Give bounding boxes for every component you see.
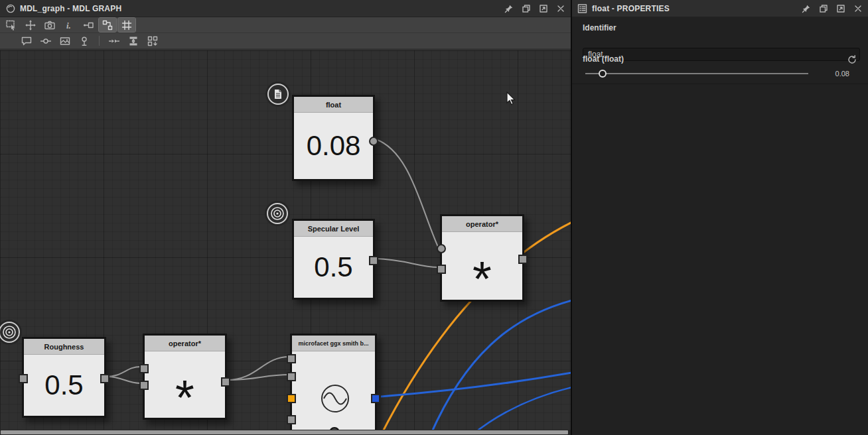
microfacet-input-port-1[interactable] — [287, 354, 296, 363]
pin-tool-icon — [79, 36, 90, 46]
horizontal-scrollbar-thumb[interactable] — [1, 430, 568, 434]
connection-icon — [83, 20, 94, 31]
properties-titlebar[interactable]: float - PROPERTIES — [572, 0, 868, 17]
node-operator-bottom[interactable]: operator* * — [143, 334, 227, 420]
node-operator-top[interactable]: operator* * — [440, 214, 524, 302]
pan-tool-button[interactable] — [22, 18, 39, 32]
wire-blue-corner[interactable] — [467, 387, 571, 435]
node-float-value: 0.08 — [294, 113, 373, 179]
graph-toolbar-row2 — [0, 33, 571, 49]
node-specular-title[interactable]: Specular Level — [294, 221, 373, 237]
mdl-graph-app: MDL_graph - MDL GRAPH — [0, 0, 868, 435]
graph-layout-tool-button[interactable] — [99, 18, 116, 32]
parameter-slider-knob[interactable] — [599, 70, 607, 78]
operator-bottom-input-port-a[interactable] — [139, 364, 149, 373]
parameter-value: 0.08 — [835, 70, 849, 78]
node-float[interactable]: float 0.08 — [292, 95, 375, 181]
pan-icon — [25, 20, 36, 31]
graph-canvas[interactable]: float 0.08 Specular Level 0.5 operator* … — [0, 50, 571, 435]
inline-connector-tool-button[interactable] — [37, 34, 54, 48]
inline-connector-icon — [40, 36, 51, 46]
close-icon[interactable] — [853, 3, 863, 13]
graph-panel-title: MDL_graph - MDL GRAPH — [20, 4, 504, 13]
operator-top-input-port-b[interactable] — [437, 265, 446, 274]
grid-snap-icon — [121, 20, 132, 31]
wire-float-to-operator[interactable] — [376, 139, 438, 247]
pin-tool-button[interactable] — [76, 34, 93, 48]
roughness-output-port[interactable] — [100, 374, 109, 383]
dock-icon[interactable] — [521, 3, 531, 13]
parameter-slider[interactable] — [585, 73, 808, 74]
close-icon[interactable] — [555, 3, 565, 13]
wire-operator-to-microfacet-a[interactable] — [227, 357, 289, 380]
marquee-select-icon — [6, 20, 17, 31]
operator-top-input-port-a[interactable] — [437, 244, 446, 253]
thumbnail-tool-button[interactable] — [56, 34, 74, 48]
reset-icon[interactable] — [847, 54, 857, 65]
arrange-grid-tool-button[interactable] — [144, 34, 161, 48]
sine-wave-icon — [319, 383, 351, 414]
node-microfacet-title[interactable]: microfacet ggx smith b... — [292, 336, 375, 351]
microfacet-input-port-4[interactable] — [287, 415, 296, 424]
distribute-nodes-tool-button[interactable] — [125, 34, 142, 48]
camera-icon — [44, 20, 55, 31]
float-output-port[interactable] — [369, 137, 378, 146]
grid-snap-tool-button[interactable] — [118, 18, 135, 32]
wire-roughness-to-operator-b[interactable] — [106, 377, 141, 383]
operator-bottom-output-port[interactable] — [221, 377, 230, 387]
node-roughness-value: 0.5 — [24, 355, 104, 416]
marquee-select-tool-button[interactable] — [3, 18, 20, 32]
align-nodes-icon — [109, 36, 119, 46]
pin-icon[interactable] — [801, 3, 811, 13]
info-tool-button[interactable]: i. — [60, 18, 78, 32]
graph-toolbar-row1: i. — [0, 17, 571, 33]
specular-output-port[interactable] — [369, 256, 378, 265]
node-microfacet[interactable]: microfacet ggx smith b... — [290, 334, 377, 435]
arrange-grid-icon — [147, 36, 158, 46]
align-nodes-tool-button[interactable] — [106, 34, 123, 48]
wire-specular-to-operator[interactable] — [376, 259, 438, 267]
node-operator-bottom-value: * — [145, 351, 225, 418]
node-roughness[interactable]: Roughness 0.5 — [22, 337, 106, 418]
identifier-label: Identifier — [583, 23, 616, 32]
wire-roughness-to-operator-a[interactable] — [106, 367, 141, 377]
operator-top-output-port[interactable] — [518, 255, 528, 264]
properties-list-icon — [577, 3, 588, 14]
horizontal-scrollbar[interactable] — [0, 430, 571, 435]
camera-frame-tool-button[interactable] — [41, 18, 58, 32]
node-specular-value: 0.5 — [294, 237, 373, 298]
identifier-input[interactable] — [583, 48, 860, 61]
roughness-input-port[interactable] — [19, 374, 28, 383]
graph-app-icon — [5, 3, 16, 14]
expand-icon[interactable] — [835, 3, 845, 13]
wire-operator-to-microfacet-b[interactable] — [227, 375, 289, 380]
properties-panel-title: float - PROPERTIES — [592, 4, 801, 13]
pin-icon[interactable] — [504, 3, 514, 13]
dock-icon[interactable] — [818, 3, 828, 13]
node-operator-top-value: * — [442, 232, 522, 300]
node-operator-bottom-title[interactable]: operator* — [145, 336, 225, 351]
comment-icon — [21, 36, 32, 46]
section-divider — [572, 84, 868, 84]
node-specular-level[interactable]: Specular Level 0.5 — [292, 219, 375, 300]
info-icon: i. — [64, 20, 74, 31]
parameter-label: float (float) — [583, 54, 624, 64]
node-operator-top-title[interactable]: operator* — [442, 216, 522, 232]
node-roughness-title[interactable]: Roughness — [24, 339, 104, 355]
graph-panel: MDL_graph - MDL GRAPH — [0, 0, 571, 435]
expand-icon[interactable] — [538, 3, 548, 13]
graph-titlebar[interactable]: MDL_graph - MDL GRAPH — [0, 0, 571, 17]
graph-layout-icon — [102, 20, 113, 31]
comment-tool-button[interactable] — [18, 34, 35, 48]
operator-bottom-input-port-b[interactable] — [139, 381, 149, 390]
microfacet-input-port-2[interactable] — [287, 372, 296, 381]
connection-tool-button[interactable] — [80, 18, 97, 32]
node-float-title[interactable]: float — [294, 97, 373, 113]
mouse-cursor — [506, 92, 516, 105]
microfacet-output-port-blue[interactable] — [371, 394, 380, 403]
microfacet-input-port-orange[interactable] — [287, 394, 296, 403]
properties-body: Identifier float (float) 0.08 — [572, 17, 868, 434]
properties-panel: float - PROPERTIES Identifier float (fl — [572, 0, 868, 435]
distribute-nodes-icon — [128, 36, 139, 46]
document-icon — [267, 84, 289, 105]
